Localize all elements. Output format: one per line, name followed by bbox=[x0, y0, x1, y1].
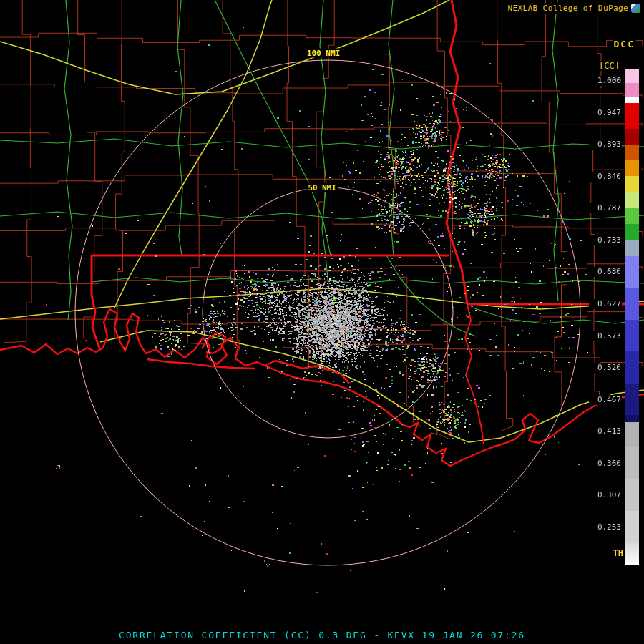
range-ring-label: 50 NMI bbox=[306, 183, 338, 192]
colorbar-segment bbox=[625, 351, 639, 384]
colorbar-segment bbox=[625, 145, 639, 160]
colorbar-segment bbox=[625, 511, 639, 542]
colorbar-tick-label: 0.680 bbox=[589, 267, 622, 277]
radar-map-canvas bbox=[0, 0, 644, 644]
colorbar-segment bbox=[625, 384, 639, 415]
colorbar-segment bbox=[625, 160, 639, 176]
colorbar-tick-label: 0.787 bbox=[589, 203, 622, 213]
colorbar-tick-label: 0.893 bbox=[589, 140, 622, 150]
colorbar-tick-label: 0.627 bbox=[589, 299, 622, 309]
colorbar-segment bbox=[625, 176, 639, 192]
colorbar-tick-label: 0.360 bbox=[589, 459, 622, 469]
colorbar-segment bbox=[625, 542, 639, 565]
radar-display: NEXLAB-College of DuPage DCC [CC] 1.0000… bbox=[0, 0, 644, 644]
brand-text: NEXLAB-College of DuPage bbox=[507, 4, 628, 13]
colorbar-segment bbox=[625, 240, 639, 256]
colorbar-tick-label: 0.253 bbox=[589, 522, 622, 532]
colorbar-tick-label: 0.573 bbox=[589, 331, 622, 341]
product-title: CORRELATION COEFFICIENT (CC) 0.3 DEG - K… bbox=[0, 630, 644, 640]
colorbar-tick-label: 0.947 bbox=[589, 108, 622, 118]
brand: NEXLAB-College of DuPage bbox=[506, 3, 642, 14]
colorbar-segment bbox=[625, 69, 639, 83]
threshold-label: TH bbox=[612, 548, 625, 558]
colorbar-tick-label: 0.307 bbox=[589, 490, 622, 500]
colorbar-tick-label: 0.467 bbox=[589, 395, 622, 405]
colorbar-segment bbox=[625, 129, 639, 145]
colorbar-segment bbox=[625, 224, 639, 240]
colorbar-segment bbox=[625, 103, 639, 129]
product-code-label: DCC bbox=[613, 39, 636, 49]
colorbar-segment bbox=[625, 83, 639, 97]
colorbar-segment bbox=[625, 415, 639, 422]
colorbar-segment bbox=[625, 447, 639, 479]
colorbar-segment bbox=[625, 288, 639, 320]
colorbar-segment bbox=[625, 422, 639, 447]
colorbar-tick-label: 1.000 bbox=[589, 76, 622, 86]
colorbar-tick-label: 0.413 bbox=[589, 426, 622, 436]
colorbar-tick-label: 0.733 bbox=[589, 235, 622, 245]
college-of-dupage-logo-icon bbox=[631, 4, 640, 13]
colorbar-tick-label: 0.520 bbox=[589, 363, 622, 373]
colorbar-segment bbox=[625, 320, 639, 351]
units-label: [CC] bbox=[597, 61, 621, 71]
colorbar-segment bbox=[625, 479, 639, 511]
color-scale bbox=[625, 69, 639, 565]
colorbar-segment bbox=[625, 97, 639, 103]
colorbar-segment bbox=[625, 192, 639, 208]
range-ring-label: 100 NMI bbox=[306, 49, 341, 58]
colorbar-segment bbox=[625, 208, 639, 224]
colorbar-segment bbox=[625, 256, 639, 288]
colorbar-tick-label: 0.840 bbox=[589, 172, 622, 182]
